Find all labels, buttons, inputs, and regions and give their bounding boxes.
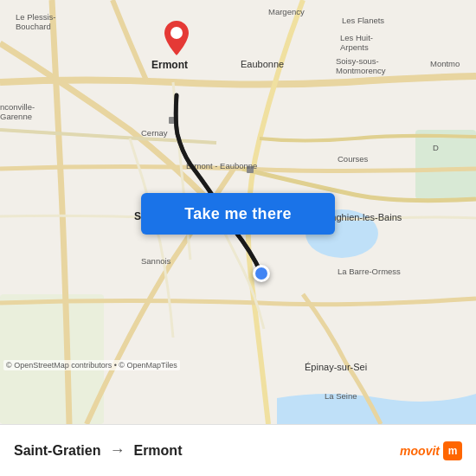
cta-label: Take me there: [184, 205, 292, 223]
map-container: Le Plessis-Bouchard Margency Les Flanets…: [0, 0, 476, 424]
svg-rect-3: [0, 294, 104, 424]
moovit-logo: moovit m: [400, 441, 462, 460]
svg-point-6: [170, 27, 183, 39]
app: Le Plessis-Bouchard Margency Les Flanets…: [0, 0, 476, 476]
svg-rect-5: [247, 166, 254, 173]
take-me-there-button[interactable]: Take me there: [141, 193, 335, 235]
map-attribution: © OpenStreetMap contributors • © OpenMap…: [3, 360, 180, 370]
destination-pin: [164, 21, 189, 59]
origin-marker: [253, 265, 270, 282]
route-arrow: →: [109, 441, 125, 460]
moovit-icon: m: [443, 441, 462, 460]
moovit-text: moovit: [400, 444, 440, 458]
svg-rect-2: [415, 130, 476, 199]
bottom-bar: Saint-Gratien → Ermont moovit m: [0, 424, 476, 476]
route-destination: Ermont: [133, 443, 182, 459]
route-origin: Saint-Gratien: [14, 443, 100, 459]
